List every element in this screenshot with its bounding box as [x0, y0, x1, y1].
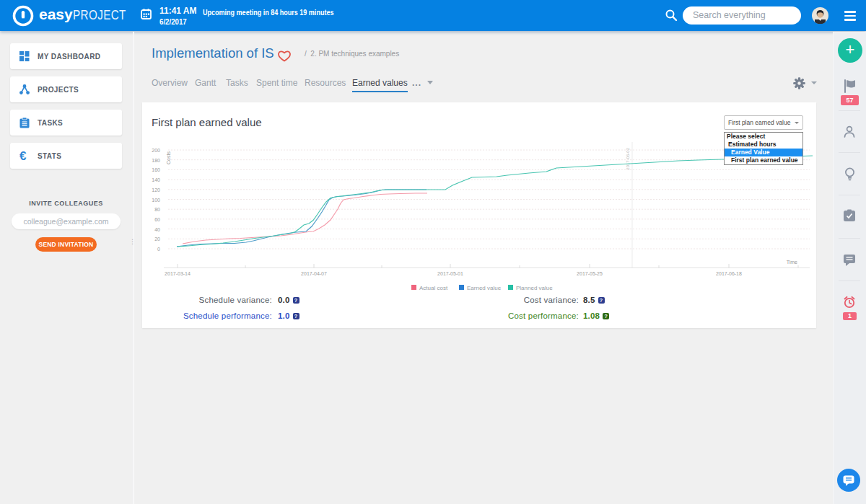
svg-text:100: 100: [152, 198, 160, 203]
svg-text:2017-06-02: 2017-06-02: [626, 147, 630, 169]
svg-text:80: 80: [154, 207, 160, 212]
svg-text:Costs: Costs: [166, 151, 171, 164]
svg-text:20: 20: [154, 236, 160, 242]
svg-text:160: 160: [152, 167, 160, 172]
svg-text:2017-06-18: 2017-06-18: [716, 271, 742, 276]
svg-text:140: 140: [152, 177, 160, 182]
svg-text:120: 120: [152, 187, 160, 193]
svg-text:2017-04-07: 2017-04-07: [301, 271, 327, 276]
svg-text:Time: Time: [787, 260, 797, 265]
svg-text:2017-05-01: 2017-05-01: [437, 271, 463, 276]
svg-text:40: 40: [154, 227, 160, 232]
svg-text:200: 200: [152, 148, 160, 153]
svg-text:2017-05-25: 2017-05-25: [577, 271, 603, 276]
svg-text:180: 180: [152, 158, 160, 163]
svg-text:2017-03-14: 2017-03-14: [165, 271, 191, 276]
svg-text:0: 0: [157, 247, 160, 252]
svg-text:60: 60: [154, 217, 160, 222]
